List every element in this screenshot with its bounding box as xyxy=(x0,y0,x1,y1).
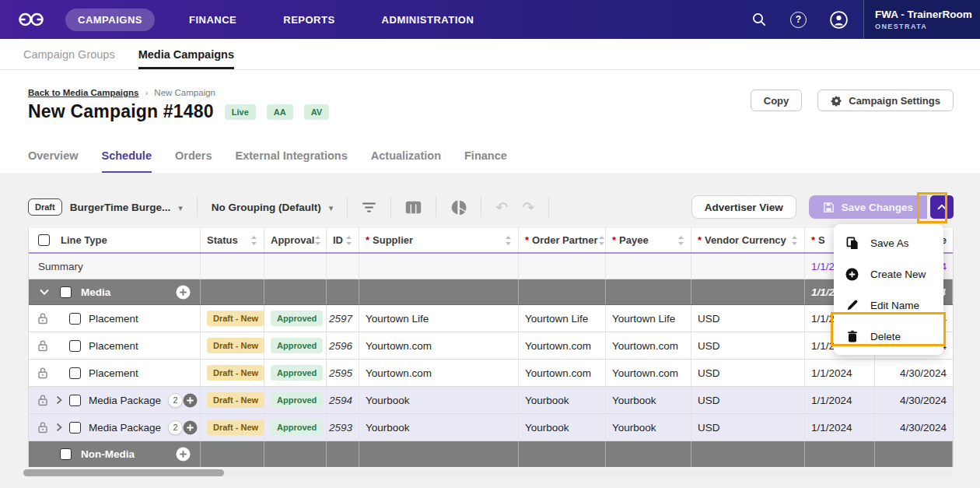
user-avatar-icon[interactable] xyxy=(830,11,848,29)
tab-external-integrations[interactable]: External Integrations xyxy=(236,149,348,173)
unlock-icon[interactable] xyxy=(37,394,49,406)
version-selector[interactable]: BurgerTime Burge... xyxy=(70,202,183,213)
payee-cell[interactable]: Yourtown.com xyxy=(606,332,691,359)
tab-schedule[interactable]: Schedule xyxy=(102,149,152,173)
line-row-placement: Placement Draft - New Approved 2595 Your… xyxy=(29,360,953,387)
payee-cell[interactable]: Yourtown.com xyxy=(606,360,691,386)
currency-cell[interactable]: USD xyxy=(691,360,805,386)
menu-item-create-new[interactable]: Create New xyxy=(834,258,943,290)
grouping-selector[interactable]: No Grouping (Default) xyxy=(212,202,334,213)
filter-icon[interactable] xyxy=(362,202,376,213)
tab-media-campaigns[interactable]: Media Campaigns xyxy=(138,39,234,69)
payee-cell[interactable]: Yourbook xyxy=(606,414,691,441)
breadcrumb-back-link[interactable]: Back to Media Campaigns xyxy=(28,88,139,97)
header-status[interactable]: Status xyxy=(201,228,264,252)
sort-icon[interactable] xyxy=(791,235,798,246)
columns-icon[interactable] xyxy=(405,201,422,214)
unlock-icon[interactable] xyxy=(37,421,49,434)
copy-button[interactable]: Copy xyxy=(751,90,803,111)
row-checkbox[interactable] xyxy=(69,313,81,325)
tab-orders[interactable]: Orders xyxy=(175,149,212,173)
currency-cell[interactable]: USD xyxy=(691,305,805,332)
supplier-cell[interactable]: Yourtown Life xyxy=(359,305,519,332)
brand-logo-icon[interactable] xyxy=(17,10,45,29)
help-icon[interactable] xyxy=(790,12,807,28)
supplier-cell[interactable]: Yourtown.com xyxy=(359,332,519,359)
currency-cell[interactable]: USD xyxy=(691,332,805,359)
group-media-checkbox[interactable] xyxy=(60,286,72,298)
horizontal-scrollbar[interactable] xyxy=(23,469,954,476)
start-date-cell[interactable]: 1/1/2024 xyxy=(805,387,875,413)
currency-cell[interactable]: USD xyxy=(691,414,805,441)
select-all-checkbox[interactable] xyxy=(38,234,50,246)
sort-icon[interactable] xyxy=(598,235,605,246)
save-options-arrow-button[interactable] xyxy=(930,195,954,219)
chevron-right-icon[interactable] xyxy=(49,423,69,432)
add-line-icon[interactable] xyxy=(183,420,198,435)
chevron-down-icon[interactable] xyxy=(40,289,49,296)
start-date-cell[interactable]: 1/1/2024 xyxy=(805,414,875,441)
order-partner-cell[interactable]: Yourtown.com xyxy=(519,360,606,386)
sort-icon[interactable] xyxy=(345,235,352,246)
sort-icon[interactable] xyxy=(314,235,321,246)
header-order-partner[interactable]: * Order Partner xyxy=(519,228,606,252)
payee-cell[interactable]: Yourtown Life xyxy=(606,305,691,332)
order-partner-cell[interactable]: Yourtown.com xyxy=(519,332,606,359)
tab-campaign-groups[interactable]: Campaign Groups xyxy=(23,39,115,69)
end-date-cell[interactable]: 4/30/2024 xyxy=(875,414,953,441)
sort-icon[interactable] xyxy=(250,235,257,246)
scrollbar-thumb[interactable] xyxy=(23,469,224,476)
row-checkbox[interactable] xyxy=(69,367,81,379)
topnav-item-campaigns[interactable]: CAMPAIGNS xyxy=(65,9,155,31)
group-non-media-checkbox[interactable] xyxy=(60,448,72,460)
start-date-cell[interactable]: 1/1/2024 xyxy=(805,360,875,386)
add-line-icon[interactable] xyxy=(183,393,198,408)
save-changes-button[interactable]: Save Changes xyxy=(809,195,927,219)
account-block[interactable]: FWA - TrainerRoom ONESTRATA xyxy=(863,0,980,39)
status-badge-live: Live xyxy=(225,104,256,120)
header-payee[interactable]: * Payee xyxy=(606,228,691,252)
sort-icon[interactable] xyxy=(505,235,512,246)
header-supplier[interactable]: * Supplier xyxy=(359,228,519,252)
pie-chart-icon[interactable] xyxy=(450,199,467,216)
add-line-icon[interactable] xyxy=(176,285,191,300)
supplier-cell[interactable]: Yourbook xyxy=(359,414,519,441)
order-partner-cell[interactable]: Yourtown Life xyxy=(519,305,606,332)
campaign-settings-button[interactable]: Campaign Settings xyxy=(817,90,954,111)
topnav-item-finance[interactable]: FINANCE xyxy=(177,9,249,31)
sort-icon[interactable] xyxy=(677,235,684,246)
end-date-cell[interactable]: 4/30/2024 xyxy=(875,360,953,386)
add-line-icon[interactable] xyxy=(176,447,191,462)
supplier-cell[interactable]: Yourtown.com xyxy=(359,360,519,386)
header-id[interactable]: ID xyxy=(327,228,359,252)
payee-cell[interactable]: Yourbook xyxy=(606,387,691,413)
advertiser-view-button[interactable]: Advertiser View xyxy=(691,195,796,219)
tab-finance[interactable]: Finance xyxy=(464,149,507,173)
menu-item-edit-name[interactable]: Edit Name xyxy=(834,290,943,321)
menu-item-delete[interactable]: Delete xyxy=(834,321,943,352)
menu-item-save-as[interactable]: Save As xyxy=(834,227,943,258)
topnav-item-reports[interactable]: REPORTS xyxy=(271,9,347,31)
header-vendor-currency[interactable]: * Vendor Currency xyxy=(691,228,805,252)
topnav-item-administration[interactable]: ADMINISTRATION xyxy=(369,9,487,31)
approval-chip: Approved xyxy=(271,420,323,435)
header-approval[interactable]: Approval xyxy=(264,228,327,252)
row-checkbox[interactable] xyxy=(69,422,81,434)
currency-cell[interactable]: USD xyxy=(691,387,805,413)
undo-icon[interactable] xyxy=(495,200,508,215)
order-partner-cell[interactable]: Yourbook xyxy=(519,414,606,441)
unlock-icon[interactable] xyxy=(37,312,49,325)
chevron-right-icon[interactable] xyxy=(49,395,69,405)
header-label: S xyxy=(818,234,825,246)
search-icon[interactable] xyxy=(751,12,767,27)
supplier-cell[interactable]: Yourbook xyxy=(359,387,519,413)
row-checkbox[interactable] xyxy=(69,395,81,406)
unlock-icon[interactable] xyxy=(37,367,49,379)
tab-actualization[interactable]: Actualization xyxy=(371,149,441,173)
order-partner-cell[interactable]: Yourbook xyxy=(519,387,606,413)
unlock-icon[interactable] xyxy=(37,339,49,352)
end-date-cell[interactable]: 4/30/2024 xyxy=(875,387,953,413)
redo-icon[interactable] xyxy=(522,200,534,215)
row-checkbox[interactable] xyxy=(69,340,81,352)
tab-overview[interactable]: Overview xyxy=(28,149,79,173)
